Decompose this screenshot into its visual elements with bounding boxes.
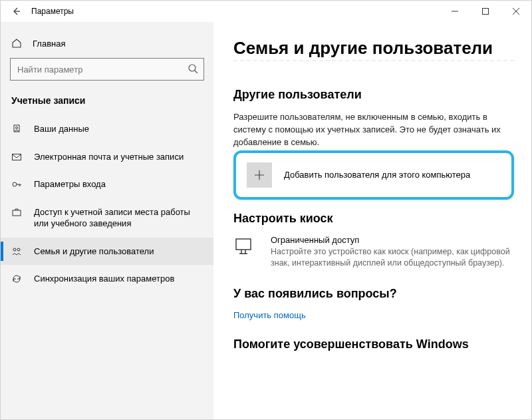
sync-icon — [11, 273, 23, 284]
person-icon — [11, 123, 23, 134]
monitor-icon — [233, 235, 259, 270]
search-input[interactable] — [11, 59, 203, 80]
questions-header: У вас появились вопросы? — [233, 287, 514, 301]
svg-point-7 — [13, 248, 16, 251]
sidebar-item-family[interactable]: Семья и другие пользователи — [1, 238, 213, 266]
sidebar-item-label: Электронная почта и учетные записи — [34, 151, 184, 163]
sidebar-home[interactable]: Главная — [1, 34, 213, 58]
kiosk-description: Настройте это устройство как киоск (напр… — [271, 246, 514, 270]
back-button[interactable] — [1, 1, 31, 22]
add-user-highlight: Добавить пользователя для этого компьюте… — [233, 150, 514, 200]
kiosk-title: Ограниченный доступ — [271, 235, 514, 245]
svg-point-5 — [13, 182, 17, 186]
svg-rect-6 — [13, 210, 21, 216]
sidebar-item-your-info[interactable]: Ваши данные — [1, 115, 213, 143]
sidebar-item-work-access[interactable]: Доступ к учетной записи места работы или… — [1, 198, 213, 238]
content-pane: Семья и другие пользователи Другие польз… — [213, 22, 531, 419]
improve-windows-header: Помогите усовершенствовать Windows — [233, 337, 514, 351]
sidebar-nav: Ваши данные Электронная почта и учетные … — [1, 115, 213, 293]
sidebar-item-label: Семья и другие пользователи — [34, 246, 154, 258]
svg-point-3 — [16, 127, 18, 129]
svg-rect-0 — [483, 9, 489, 15]
sidebar-item-label: Синхронизация ваших параметров — [34, 273, 174, 285]
key-icon — [11, 178, 23, 190]
truncated-link[interactable] — [233, 60, 514, 69]
page-title: Семья и другие пользователи — [233, 38, 514, 59]
close-icon — [513, 8, 519, 15]
get-help-link[interactable]: Получить помощь — [233, 310, 306, 320]
kiosk-header: Настроить киоск — [233, 212, 514, 226]
search-icon — [188, 63, 198, 74]
sidebar-item-label: Доступ к учетной записи места работы или… — [34, 206, 203, 230]
window-title: Параметры — [31, 7, 74, 16]
sidebar-item-sync[interactable]: Синхронизация ваших параметров — [1, 265, 213, 293]
add-user-button[interactable]: Добавить пользователя для этого компьюте… — [247, 162, 501, 188]
sidebar-item-signin-options[interactable]: Параметры входа — [1, 170, 213, 198]
sidebar: Главная Учетные записи Ваши данные — [1, 22, 213, 419]
titlebar: Параметры — [1, 1, 531, 22]
other-users-description: Разрешите пользователям, не включенным в… — [233, 111, 514, 149]
people-icon — [11, 246, 23, 257]
settings-window: Параметры Главная — [0, 0, 532, 420]
other-users-header: Другие пользователи — [233, 88, 514, 102]
mail-icon — [11, 151, 23, 162]
sidebar-item-label: Ваши данные — [34, 123, 89, 135]
back-arrow-icon — [11, 6, 21, 17]
kiosk-setup-button[interactable]: Ограниченный доступ Настройте это устрой… — [233, 235, 514, 270]
sidebar-section-header: Учетные записи — [1, 93, 213, 115]
sidebar-home-label: Главная — [33, 39, 65, 49]
search-box[interactable] — [10, 58, 204, 81]
svg-rect-9 — [236, 239, 251, 250]
svg-rect-4 — [13, 154, 21, 160]
sidebar-item-email-accounts[interactable]: Электронная почта и учетные записи — [1, 143, 213, 171]
home-icon — [11, 38, 23, 49]
briefcase-icon — [11, 206, 23, 218]
svg-point-8 — [17, 248, 20, 251]
close-button[interactable] — [501, 1, 531, 22]
minimize-icon — [452, 8, 458, 15]
plus-icon — [247, 162, 272, 188]
svg-point-1 — [189, 65, 196, 71]
sidebar-item-label: Параметры входа — [34, 178, 106, 190]
maximize-icon — [482, 8, 489, 15]
maximize-button[interactable] — [470, 1, 501, 22]
add-user-label: Добавить пользователя для этого компьюте… — [284, 170, 470, 180]
minimize-button[interactable] — [440, 1, 470, 22]
